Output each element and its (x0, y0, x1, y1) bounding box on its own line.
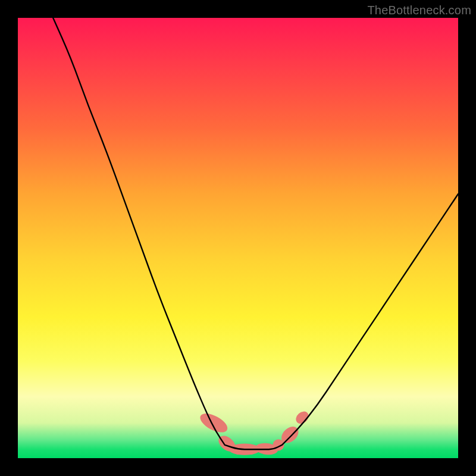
watermark-text: TheBottleneck.com (367, 4, 471, 17)
curve-svg (18, 18, 458, 458)
salmon-blob (198, 410, 231, 436)
plot-area (18, 18, 458, 458)
bottleneck-curve (53, 18, 458, 449)
chart-frame: TheBottleneck.com (0, 0, 476, 476)
